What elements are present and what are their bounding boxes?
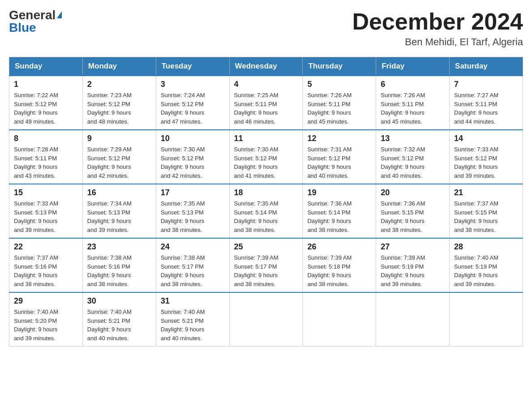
calendar-cell — [229, 292, 303, 347]
col-tuesday: Tuesday — [156, 57, 229, 76]
day-number: 22 — [14, 242, 78, 252]
calendar-cell: 10 Sunrise: 7:30 AM Sunset: 5:12 PM Dayl… — [156, 130, 229, 184]
day-number: 2 — [87, 80, 151, 89]
day-info: Sunrise: 7:39 AM Sunset: 5:17 PM Dayligh… — [234, 253, 298, 288]
location-title: Ben Mehidi, El Tarf, Algeria — [352, 36, 523, 48]
day-info: Sunrise: 7:25 AM Sunset: 5:11 PM Dayligh… — [234, 91, 298, 126]
title-area: December 2024 Ben Mehidi, El Tarf, Alger… — [352, 9, 523, 48]
calendar-cell: 17 Sunrise: 7:35 AM Sunset: 5:13 PM Dayl… — [156, 184, 229, 238]
day-number: 19 — [307, 188, 371, 197]
day-info: Sunrise: 7:32 AM Sunset: 5:12 PM Dayligh… — [381, 145, 445, 180]
calendar-cell: 25 Sunrise: 7:39 AM Sunset: 5:17 PM Dayl… — [229, 238, 303, 292]
calendar-cell: 24 Sunrise: 7:38 AM Sunset: 5:17 PM Dayl… — [156, 238, 229, 292]
col-sunday: Sunday — [9, 57, 83, 76]
week-row-1: 1 Sunrise: 7:22 AM Sunset: 5:12 PM Dayli… — [9, 76, 523, 130]
day-info: Sunrise: 7:30 AM Sunset: 5:12 PM Dayligh… — [161, 145, 225, 180]
day-number: 28 — [454, 242, 518, 252]
calendar-cell: 12 Sunrise: 7:31 AM Sunset: 5:12 PM Dayl… — [303, 130, 376, 184]
day-info: Sunrise: 7:39 AM Sunset: 5:19 PM Dayligh… — [381, 253, 445, 288]
calendar-cell: 14 Sunrise: 7:33 AM Sunset: 5:12 PM Dayl… — [450, 130, 523, 184]
calendar-cell: 31 Sunrise: 7:40 AM Sunset: 5:21 PM Dayl… — [156, 292, 229, 347]
day-info: Sunrise: 7:39 AM Sunset: 5:18 PM Dayligh… — [307, 253, 371, 288]
day-number: 30 — [87, 296, 151, 306]
day-number: 11 — [234, 134, 298, 143]
col-thursday: Thursday — [303, 57, 376, 76]
days-of-week-row: Sunday Monday Tuesday Wednesday Thursday… — [9, 57, 523, 76]
col-wednesday: Wednesday — [229, 57, 303, 76]
month-title: December 2024 — [352, 9, 523, 34]
calendar-cell: 19 Sunrise: 7:36 AM Sunset: 5:14 PM Dayl… — [303, 184, 376, 238]
logo-triangle-icon — [57, 11, 62, 18]
week-row-4: 22 Sunrise: 7:37 AM Sunset: 5:16 PM Dayl… — [9, 238, 523, 292]
week-row-5: 29 Sunrise: 7:40 AM Sunset: 5:20 PM Dayl… — [9, 292, 523, 347]
day-number: 29 — [14, 296, 78, 306]
calendar-cell: 29 Sunrise: 7:40 AM Sunset: 5:20 PM Dayl… — [9, 292, 83, 347]
calendar-cell: 30 Sunrise: 7:40 AM Sunset: 5:21 PM Dayl… — [82, 292, 156, 347]
day-number: 16 — [87, 188, 151, 197]
calendar-cell: 16 Sunrise: 7:34 AM Sunset: 5:13 PM Dayl… — [82, 184, 156, 238]
calendar-cell: 28 Sunrise: 7:40 AM Sunset: 5:19 PM Dayl… — [450, 238, 523, 292]
col-saturday: Saturday — [450, 57, 523, 76]
calendar-cell: 4 Sunrise: 7:25 AM Sunset: 5:11 PM Dayli… — [229, 76, 303, 130]
calendar-cell: 9 Sunrise: 7:29 AM Sunset: 5:12 PM Dayli… — [82, 130, 156, 184]
day-info: Sunrise: 7:38 AM Sunset: 5:17 PM Dayligh… — [161, 253, 225, 288]
day-number: 10 — [161, 134, 225, 143]
calendar-cell: 15 Sunrise: 7:33 AM Sunset: 5:13 PM Dayl… — [9, 184, 83, 238]
week-row-2: 8 Sunrise: 7:28 AM Sunset: 5:11 PM Dayli… — [9, 130, 523, 184]
calendar-cell: 11 Sunrise: 7:30 AM Sunset: 5:12 PM Dayl… — [229, 130, 303, 184]
day-number: 6 — [381, 80, 445, 89]
day-number: 5 — [307, 80, 371, 89]
logo-blue-text: Blue — [9, 21, 36, 34]
calendar-cell: 26 Sunrise: 7:39 AM Sunset: 5:18 PM Dayl… — [303, 238, 376, 292]
day-number: 8 — [14, 134, 78, 143]
day-number: 17 — [161, 188, 225, 197]
calendar-cell: 13 Sunrise: 7:32 AM Sunset: 5:12 PM Dayl… — [376, 130, 450, 184]
day-info: Sunrise: 7:33 AM Sunset: 5:12 PM Dayligh… — [454, 145, 518, 180]
week-row-3: 15 Sunrise: 7:33 AM Sunset: 5:13 PM Dayl… — [9, 184, 523, 238]
day-info: Sunrise: 7:35 AM Sunset: 5:14 PM Dayligh… — [234, 199, 298, 234]
col-monday: Monday — [82, 57, 156, 76]
day-number: 27 — [381, 242, 445, 252]
day-info: Sunrise: 7:29 AM Sunset: 5:12 PM Dayligh… — [87, 145, 151, 180]
day-number: 26 — [307, 242, 371, 252]
day-number: 24 — [161, 242, 225, 252]
calendar-cell: 21 Sunrise: 7:37 AM Sunset: 5:15 PM Dayl… — [450, 184, 523, 238]
calendar-cell: 3 Sunrise: 7:24 AM Sunset: 5:12 PM Dayli… — [156, 76, 229, 130]
day-number: 25 — [234, 242, 298, 252]
day-info: Sunrise: 7:30 AM Sunset: 5:12 PM Dayligh… — [234, 145, 298, 180]
day-number: 15 — [14, 188, 78, 197]
day-number: 3 — [161, 80, 225, 89]
day-info: Sunrise: 7:26 AM Sunset: 5:11 PM Dayligh… — [381, 91, 445, 126]
day-number: 18 — [234, 188, 298, 197]
col-friday: Friday — [376, 57, 450, 76]
day-info: Sunrise: 7:37 AM Sunset: 5:15 PM Dayligh… — [454, 199, 518, 234]
calendar-cell: 23 Sunrise: 7:38 AM Sunset: 5:16 PM Dayl… — [82, 238, 156, 292]
logo-general-text: General — [9, 9, 56, 21]
day-info: Sunrise: 7:40 AM Sunset: 5:21 PM Dayligh… — [87, 308, 151, 342]
day-info: Sunrise: 7:36 AM Sunset: 5:15 PM Dayligh… — [381, 199, 445, 234]
calendar-cell: 2 Sunrise: 7:23 AM Sunset: 5:12 PM Dayli… — [82, 76, 156, 130]
calendar-cell: 18 Sunrise: 7:35 AM Sunset: 5:14 PM Dayl… — [229, 184, 303, 238]
day-number: 31 — [161, 296, 225, 306]
day-info: Sunrise: 7:22 AM Sunset: 5:12 PM Dayligh… — [14, 91, 78, 126]
calendar-cell — [303, 292, 376, 347]
day-info: Sunrise: 7:27 AM Sunset: 5:11 PM Dayligh… — [454, 91, 518, 126]
day-info: Sunrise: 7:33 AM Sunset: 5:13 PM Dayligh… — [14, 199, 78, 234]
page-header: General Blue December 2024 Ben Mehidi, E… — [9, 9, 523, 48]
day-info: Sunrise: 7:40 AM Sunset: 5:19 PM Dayligh… — [454, 253, 518, 288]
day-info: Sunrise: 7:34 AM Sunset: 5:13 PM Dayligh… — [87, 199, 151, 234]
day-number: 4 — [234, 80, 298, 89]
day-info: Sunrise: 7:31 AM Sunset: 5:12 PM Dayligh… — [307, 145, 371, 180]
calendar-table: Sunday Monday Tuesday Wednesday Thursday… — [9, 57, 523, 347]
day-number: 1 — [14, 80, 78, 89]
calendar-cell: 7 Sunrise: 7:27 AM Sunset: 5:11 PM Dayli… — [450, 76, 523, 130]
calendar-cell: 5 Sunrise: 7:26 AM Sunset: 5:11 PM Dayli… — [303, 76, 376, 130]
calendar-cell: 27 Sunrise: 7:39 AM Sunset: 5:19 PM Dayl… — [376, 238, 450, 292]
day-info: Sunrise: 7:26 AM Sunset: 5:11 PM Dayligh… — [307, 91, 371, 126]
day-number: 23 — [87, 242, 151, 252]
day-number: 14 — [454, 134, 518, 143]
day-number: 21 — [454, 188, 518, 197]
day-info: Sunrise: 7:28 AM Sunset: 5:11 PM Dayligh… — [14, 145, 78, 180]
day-info: Sunrise: 7:35 AM Sunset: 5:13 PM Dayligh… — [161, 199, 225, 234]
day-number: 12 — [307, 134, 371, 143]
